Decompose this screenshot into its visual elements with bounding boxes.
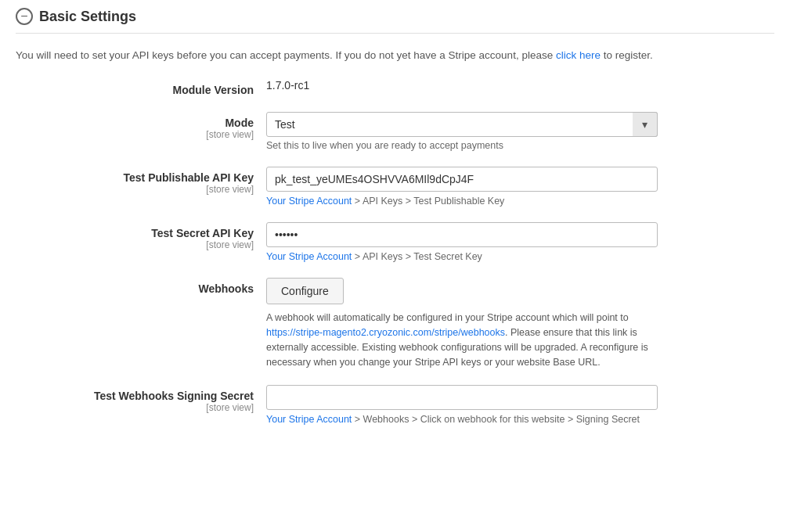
collapse-icon[interactable] [16, 8, 33, 25]
intro-text-after: to register. [604, 49, 653, 61]
webhooks-value-col: Configure A webhook will automatically b… [266, 278, 774, 369]
test-publishable-key-label-col: Test Publishable API Key [store view] [16, 167, 266, 195]
mode-row: Mode [store view] Test Live Set this to … [16, 112, 774, 151]
mode-sublabel: [store view] [16, 129, 254, 140]
mode-label-col: Mode [store view] [16, 112, 266, 140]
intro-text-before: You will need to set your API keys befor… [16, 49, 553, 61]
test-publishable-key-row: Test Publishable API Key [store view] Yo… [16, 167, 774, 207]
test-publishable-key-input[interactable] [266, 167, 658, 192]
module-version-label-col: Module Version [16, 79, 266, 96]
test-secret-key-label-col: Test Secret API Key [store view] [16, 222, 266, 250]
webhook-url-link[interactable]: https://stripe-magento2.cryozonic.com/st… [266, 327, 505, 338]
section-title: Basic Settings [39, 9, 136, 25]
webhook-desc-before: A webhook will automatically be configur… [266, 312, 629, 323]
test-webhooks-signing-secret-row: Test Webhooks Signing Secret [store view… [16, 385, 774, 425]
webhooks-row: Webhooks Configure A webhook will automa… [16, 278, 774, 369]
test-webhooks-signing-secret-hint-rest: > Webhooks > Click on webhook for this w… [352, 414, 640, 425]
test-publishable-key-label: Test Publishable API Key [16, 171, 254, 184]
mode-select[interactable]: Test Live [266, 112, 658, 137]
test-secret-key-input[interactable] [266, 222, 658, 247]
mode-label: Mode [16, 117, 254, 129]
test-webhooks-signing-secret-hint: Your Stripe Account > Webhooks > Click o… [266, 414, 774, 425]
test-webhooks-signing-secret-sublabel: [store view] [16, 402, 254, 413]
module-version-row: Module Version 1.7.0-rc1 [16, 79, 774, 96]
test-webhooks-signing-secret-input[interactable] [266, 385, 658, 410]
intro-paragraph: You will need to set your API keys befor… [16, 48, 774, 63]
test-publishable-key-sublabel: [store view] [16, 184, 254, 195]
test-publishable-key-hint-rest: > API Keys > Test Publishable Key [352, 196, 504, 207]
test-secret-key-value-col: Your Stripe Account > API Keys > Test Se… [266, 222, 774, 262]
test-publishable-key-value-col: Your Stripe Account > API Keys > Test Pu… [266, 167, 774, 207]
module-version-value-col: 1.7.0-rc1 [266, 79, 774, 92]
test-secret-key-hint: Your Stripe Account > API Keys > Test Se… [266, 251, 774, 262]
settings-form: Module Version 1.7.0-rc1 Mode [store vie… [16, 79, 774, 425]
webhooks-label: Webhooks [16, 282, 254, 295]
stripe-register-link[interactable]: click here [556, 49, 601, 61]
test-webhooks-signing-secret-stripe-link[interactable]: Your Stripe Account [266, 414, 352, 425]
test-secret-key-stripe-link[interactable]: Your Stripe Account [266, 251, 352, 262]
mode-select-wrapper: Test Live [266, 112, 658, 137]
section-header[interactable]: Basic Settings [16, 8, 774, 34]
test-publishable-key-hint: Your Stripe Account > API Keys > Test Pu… [266, 196, 774, 207]
test-publishable-key-stripe-link[interactable]: Your Stripe Account [266, 196, 352, 207]
mode-value-col: Test Live Set this to live when you are … [266, 112, 774, 151]
test-secret-key-sublabel: [store view] [16, 239, 254, 250]
module-version-value: 1.7.0-rc1 [266, 74, 309, 92]
test-secret-key-row: Test Secret API Key [store view] Your St… [16, 222, 774, 262]
test-webhooks-signing-secret-value-col: Your Stripe Account > Webhooks > Click o… [266, 385, 774, 425]
module-version-label: Module Version [16, 84, 254, 96]
test-webhooks-signing-secret-label-col: Test Webhooks Signing Secret [store view… [16, 385, 266, 413]
webhooks-description: A webhook will automatically be configur… [266, 311, 666, 369]
test-webhooks-signing-secret-label: Test Webhooks Signing Secret [16, 390, 254, 402]
test-secret-key-hint-rest: > API Keys > Test Secret Key [352, 251, 482, 262]
configure-button[interactable]: Configure [266, 278, 344, 304]
mode-hint: Set this to live when you are ready to a… [266, 140, 774, 151]
test-secret-key-label: Test Secret API Key [16, 227, 254, 239]
webhooks-label-col: Webhooks [16, 278, 266, 295]
